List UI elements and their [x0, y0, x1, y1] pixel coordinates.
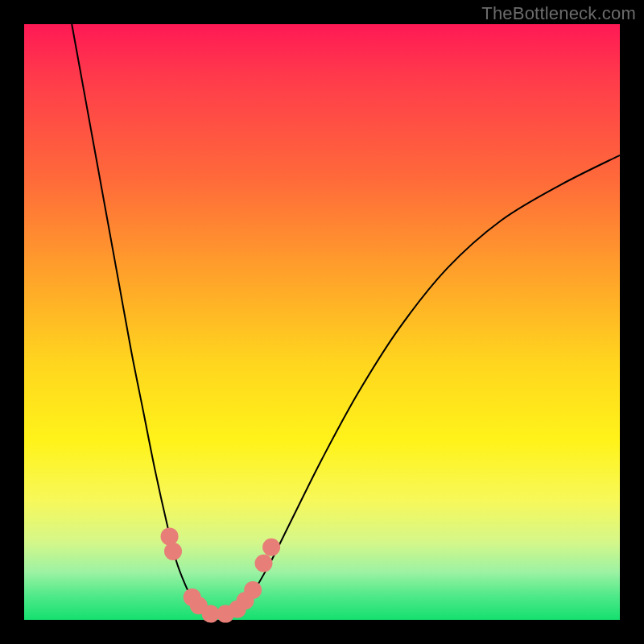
marker-right-lower-3	[244, 581, 262, 599]
curve-layer	[24, 24, 620, 620]
plot-area	[24, 24, 620, 620]
marker-right-upper-1	[254, 555, 272, 572]
marker-left-upper-1	[161, 527, 179, 545]
watermark-text: TheBottleneck.com	[481, 3, 636, 24]
chart-frame: TheBottleneck.com	[0, 0, 644, 644]
marker-right-upper-2	[262, 539, 280, 556]
bottleneck-curve	[72, 24, 620, 615]
curve-path	[72, 24, 620, 615]
data-markers	[161, 527, 281, 622]
marker-left-upper-2	[164, 543, 182, 560]
